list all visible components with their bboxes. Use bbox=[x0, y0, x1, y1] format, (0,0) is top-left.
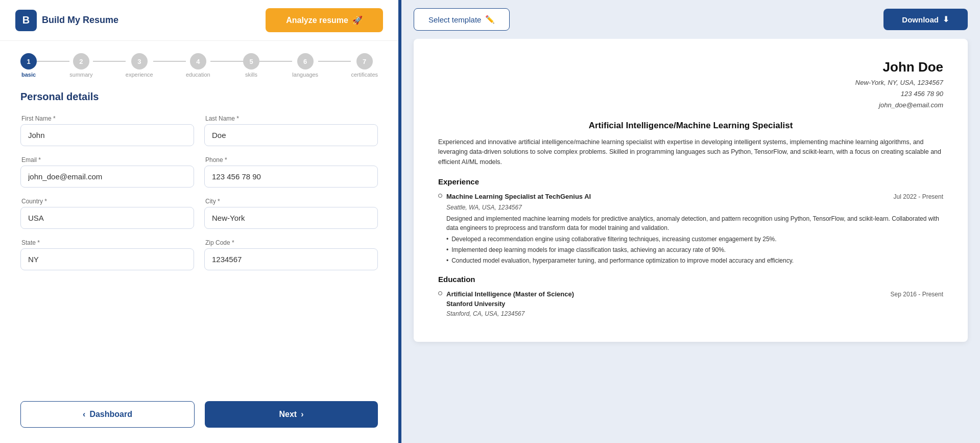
resume-job-title: Artificial Intelligence/Machine Learning… bbox=[438, 119, 943, 132]
country-input[interactable] bbox=[20, 207, 194, 229]
chevron-left-icon: ‹ bbox=[83, 410, 85, 419]
step-circle-2: 2 bbox=[73, 53, 89, 69]
edit-icon: ✏️ bbox=[485, 15, 495, 24]
resume-preview: John Doe New-York, NY, USA, 1234567 123 … bbox=[414, 39, 968, 342]
city-input[interactable] bbox=[204, 207, 378, 229]
step-line-2-3 bbox=[93, 61, 126, 62]
chevron-right-icon: › bbox=[301, 410, 303, 419]
education-section-title: Education bbox=[438, 274, 943, 286]
stepper: 1 basic 2 summary 3 experience 4 educati… bbox=[0, 41, 398, 86]
state-input[interactable] bbox=[20, 248, 194, 270]
exp-bullet-row: Machine Learning Specialist at TechGeniu… bbox=[438, 192, 943, 267]
exp-date-0: Jul 2022 - Present bbox=[894, 192, 943, 201]
resume-location: New-York, NY, USA, 1234567 123 456 78 90… bbox=[438, 77, 943, 111]
step-line-3-4 bbox=[153, 61, 186, 62]
step-2[interactable]: 2 summary bbox=[69, 53, 92, 78]
analyze-resume-button[interactable]: Analyze resume 🚀 bbox=[266, 8, 383, 32]
name-row: First Name * Last Name * bbox=[20, 115, 378, 146]
country-group: Country * bbox=[20, 198, 194, 229]
location-row: Country * City * bbox=[20, 198, 378, 229]
step-3[interactable]: 3 experience bbox=[126, 53, 153, 78]
first-name-label: First Name * bbox=[20, 115, 194, 122]
step-label-6: languages bbox=[292, 72, 318, 78]
step-circle-3: 3 bbox=[131, 53, 148, 69]
exp-header-0: Machine Learning Specialist at TechGeniu… bbox=[446, 192, 943, 202]
step-7[interactable]: 7 certificates bbox=[351, 53, 378, 78]
dashboard-button[interactable]: ‹ Dashboard bbox=[20, 401, 195, 428]
state-zip-row: State * Zip Code * bbox=[20, 239, 378, 270]
step-6[interactable]: 6 languages bbox=[292, 53, 318, 78]
resume-preview-wrapper: John Doe New-York, NY, USA, 1234567 123 … bbox=[401, 39, 980, 443]
left-panel: B Build My Resume Analyze resume 🚀 1 bas… bbox=[0, 0, 398, 443]
exp-bullet-0-2: Conducted model evaluation, hyperparamet… bbox=[446, 256, 943, 265]
edu-school-0: Stanford University bbox=[446, 299, 943, 309]
download-button[interactable]: Download ⬇ bbox=[883, 9, 968, 30]
select-template-button[interactable]: Select template ✏️ bbox=[414, 8, 510, 31]
zip-group: Zip Code * bbox=[204, 239, 378, 270]
phone-input[interactable] bbox=[204, 166, 378, 188]
download-icon: ⬇ bbox=[943, 15, 949, 24]
exp-role-0: Machine Learning Specialist at TechGeniu… bbox=[446, 192, 591, 202]
education-item-0: Artificial Intelligence (Master of Scien… bbox=[438, 289, 943, 318]
resume-header: John Doe New-York, NY, USA, 1234567 123 … bbox=[438, 57, 943, 111]
logo-text: Build My Resume bbox=[42, 15, 118, 26]
phone-label: Phone * bbox=[204, 156, 378, 164]
step-line-6-7 bbox=[318, 61, 351, 62]
select-template-label: Select template bbox=[428, 15, 481, 24]
experience-item-0: Machine Learning Specialist at TechGeniu… bbox=[438, 192, 943, 267]
state-label: State * bbox=[20, 239, 194, 246]
edu-date-0: Sep 2016 - Present bbox=[891, 290, 943, 299]
step-label-5: skills bbox=[245, 72, 257, 78]
right-panel: Select template ✏️ Download ⬇ John Doe N… bbox=[401, 0, 980, 443]
step-label-2: summary bbox=[69, 72, 92, 78]
state-group: State * bbox=[20, 239, 194, 270]
section-title: Personal details bbox=[20, 91, 378, 103]
experience-section-title: Experience bbox=[438, 176, 943, 188]
last-name-label: Last Name * bbox=[204, 115, 378, 122]
edu-header-0: Artificial Intelligence (Master of Scien… bbox=[446, 289, 943, 299]
email-label: Email * bbox=[20, 156, 194, 164]
rocket-icon: 🚀 bbox=[352, 15, 363, 25]
first-name-group: First Name * bbox=[20, 115, 194, 146]
zip-input[interactable] bbox=[204, 248, 378, 270]
first-name-input[interactable] bbox=[20, 124, 194, 146]
exp-desc-0: Designed and implemented machine learnin… bbox=[446, 214, 943, 232]
step-label-3: experience bbox=[126, 72, 153, 78]
exp-bullet-dot bbox=[438, 194, 442, 198]
step-1[interactable]: 1 basic bbox=[20, 53, 37, 78]
zip-label: Zip Code * bbox=[204, 239, 378, 246]
footer-buttons: ‹ Dashboard Next › bbox=[0, 396, 398, 443]
resume-name: John Doe bbox=[438, 57, 943, 77]
city-group: City * bbox=[204, 198, 378, 229]
city-label: City * bbox=[204, 198, 378, 205]
step-line-4-5 bbox=[210, 61, 243, 62]
header: B Build My Resume Analyze resume 🚀 bbox=[0, 0, 398, 41]
last-name-input[interactable] bbox=[204, 124, 378, 146]
exp-bullet-0-0: Developed a recommendation engine using … bbox=[446, 235, 943, 244]
edu-bullet-row: Artificial Intelligence (Master of Scien… bbox=[438, 289, 943, 318]
personal-details-form: Personal details First Name * Last Name … bbox=[0, 86, 398, 291]
edu-location-0: Stanford, CA, USA, 1234567 bbox=[446, 309, 943, 318]
step-5[interactable]: 5 skills bbox=[243, 53, 259, 78]
email-input[interactable] bbox=[20, 166, 194, 188]
country-label: Country * bbox=[20, 198, 194, 205]
next-label: Next bbox=[279, 410, 297, 419]
step-circle-5: 5 bbox=[243, 53, 259, 69]
dashboard-label: Dashboard bbox=[89, 410, 132, 419]
next-button[interactable]: Next › bbox=[205, 401, 378, 428]
resume-summary: Experienced and innovative artificial in… bbox=[438, 137, 943, 167]
step-label-1: basic bbox=[21, 72, 36, 78]
step-line-1-2 bbox=[37, 61, 69, 62]
email-group: Email * bbox=[20, 156, 194, 188]
step-circle-1: 1 bbox=[20, 53, 37, 69]
resume-phone: 123 456 78 90 bbox=[901, 90, 943, 98]
step-4[interactable]: 4 education bbox=[186, 53, 210, 78]
step-circle-6: 6 bbox=[297, 53, 314, 69]
logo: B Build My Resume bbox=[15, 10, 118, 31]
download-label: Download bbox=[902, 15, 939, 24]
step-label-4: education bbox=[186, 72, 210, 78]
exp-bullet-0-1: Implemented deep learning models for ima… bbox=[446, 245, 943, 254]
right-header: Select template ✏️ Download ⬇ bbox=[401, 0, 980, 39]
edu-degree-0: Artificial Intelligence (Master of Scien… bbox=[446, 289, 574, 299]
resume-email: john_doe@email.com bbox=[879, 101, 943, 109]
